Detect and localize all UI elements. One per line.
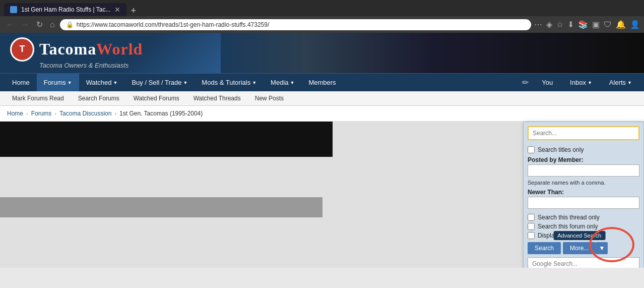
nav-media-arrow: ▼ [290, 80, 295, 85]
search-dropdown: Search titles only Posted by Member: Sep… [523, 122, 644, 268]
logo-world: World [96, 40, 143, 58]
nav-watched-arrow: ▼ [113, 80, 118, 85]
header-truck-background [221, 33, 644, 73]
browser-chrome: 1st Gen Ham Radio Stuffs | Tac... ✕ + ← … [0, 0, 644, 33]
newer-than-input[interactable] [528, 197, 639, 209]
browser-actions: ⋯ ◈ ☆ ⬇ 📚 ▣ 🛡 🔔 👤 [534, 20, 640, 29]
content-dark-bar-bottom [0, 197, 323, 217]
address-bar[interactable]: 🔒 https://www.tacomaworld.com/threads/1s… [60, 19, 531, 30]
posted-by-input[interactable] [528, 164, 639, 177]
posted-by-note: Separate names with a comma. [528, 180, 639, 186]
nav-right-area: ✏ You Inbox ▼ Alerts ▼ [519, 74, 639, 91]
nav-mods-arrow: ▼ [252, 80, 256, 85]
toyota-logo: T [10, 37, 34, 62]
logo-tagline: Tacoma Owners & Enthusiasts [39, 62, 212, 69]
search-button[interactable]: Search [528, 242, 561, 254]
nav-item-inbox[interactable]: Inbox ▼ [563, 74, 599, 91]
breadcrumb-sep-3: › [114, 110, 116, 117]
google-search-input[interactable] [528, 257, 639, 268]
nav-item-home[interactable]: Home [5, 74, 37, 91]
breadcrumb-sep-2: › [54, 110, 56, 117]
nav-buysell-label: Buy / Sell / Trade [132, 79, 181, 86]
nav-mods-label: Mods & Tutorials [202, 79, 250, 86]
subnav-search-forums[interactable]: Search Forums [71, 91, 126, 105]
tab-favicon [10, 6, 17, 13]
tab-title: 1st Gen Ham Radio Stuffs | Tac... [21, 6, 110, 13]
forward-button[interactable]: → [19, 19, 31, 30]
nav-inbox-arrow: ▼ [588, 80, 592, 85]
nav-you-label: You [542, 79, 553, 86]
library-icon[interactable]: 📚 [578, 20, 588, 29]
nav-alerts-arrow: ▼ [627, 80, 632, 85]
nav-buysell-arrow: ▼ [183, 80, 187, 85]
logo-area: T TacomaWorld Tacoma Owners & Enthusiast… [0, 33, 222, 73]
titles-only-row: Search titles only [528, 146, 639, 153]
url-text: https://www.tacomaworld.com/threads/1st-… [77, 21, 525, 28]
site-header: T TacomaWorld Tacoma Owners & Enthusiast… [0, 33, 644, 73]
extension-icon[interactable]: 🔔 [616, 20, 626, 29]
home-button[interactable]: ⌂ [48, 19, 57, 30]
nav-forums-arrow: ▼ [68, 80, 72, 85]
more-dropdown-arrow[interactable]: ▼ [596, 242, 608, 254]
nav-item-watched[interactable]: Watched ▼ [79, 74, 125, 91]
browser-tab-active[interactable]: 1st Gen Ham Radio Stuffs | Tac... ✕ [4, 3, 126, 16]
display-results-checkbox[interactable] [528, 232, 535, 239]
subnav-new-posts[interactable]: New Posts [248, 91, 291, 105]
nav-item-mods[interactable]: Mods & Tutorials ▼ [195, 74, 264, 91]
profile-icon[interactable]: 👤 [630, 20, 640, 29]
subnav-watched-forums[interactable]: Watched Forums [126, 91, 186, 105]
page-main-area: Search titles only Posted by Member: Sep… [0, 122, 644, 268]
nav-home-label: Home [12, 79, 30, 86]
nav-item-members[interactable]: Members [301, 74, 343, 91]
forum-only-checkbox[interactable] [528, 223, 535, 230]
nav-forums-label: Forums [44, 79, 66, 86]
more-button-group: Advanced Search More... ▼ [563, 242, 608, 254]
newer-than-label: Newer Than: [528, 189, 639, 196]
titles-only-label: Search titles only [538, 146, 584, 153]
adblock-icon[interactable]: 🛡 [604, 20, 612, 29]
nav-item-you[interactable]: You [535, 74, 560, 91]
nav-item-media[interactable]: Media ▼ [264, 74, 301, 91]
nav-members-label: Members [308, 79, 336, 86]
advanced-search-label: Advanced Search [553, 231, 605, 240]
new-tab-button[interactable]: + [126, 6, 140, 16]
download-icon[interactable]: ⬇ [567, 20, 574, 29]
thread-only-label: Search this thread only [538, 214, 600, 221]
thread-only-checkbox[interactable] [528, 214, 535, 221]
titles-only-checkbox[interactable] [528, 146, 535, 153]
content-dark-bar-top [0, 122, 333, 157]
sub-navigation: Mark Forums Read Search Forums Watched F… [0, 91, 644, 106]
search-input[interactable] [528, 126, 639, 140]
breadcrumb-forums[interactable]: Forums [31, 110, 52, 117]
breadcrumb-home[interactable]: Home [7, 110, 23, 117]
nav-item-buy-sell[interactable]: Buy / Sell / Trade ▼ [124, 74, 195, 91]
logo-tacoma: Tacoma [39, 40, 96, 58]
more-button[interactable]: Advanced Search More... [563, 242, 596, 254]
subnav-watched-threads[interactable]: Watched Threads [186, 91, 248, 105]
main-navigation: Home Forums ▼ Watched ▼ Buy / Sell / Tra… [0, 73, 644, 91]
more-button-label: More... [570, 245, 589, 252]
breadcrumb-tacoma-discussion[interactable]: Tacoma Discussion [59, 110, 111, 117]
star-icon[interactable]: ☆ [556, 20, 563, 29]
back-button[interactable]: ← [4, 19, 16, 30]
compose-icon[interactable]: ✏ [519, 74, 532, 91]
breadcrumb-current: 1st Gen. Tacomas (1995-2004) [119, 110, 203, 117]
lock-icon: 🔒 [66, 21, 74, 28]
site-logo-text: TacomaWorld [39, 40, 143, 59]
nav-watched-label: Watched [86, 79, 112, 86]
tab-close-button[interactable]: ✕ [114, 6, 120, 14]
posted-by-label: Posted by Member: [528, 156, 639, 163]
nav-item-alerts[interactable]: Alerts ▼ [602, 74, 639, 91]
sidebar-icon[interactable]: ▣ [592, 20, 600, 29]
refresh-button[interactable]: ↻ [34, 19, 45, 30]
subnav-mark-read[interactable]: Mark Forums Read [5, 91, 71, 105]
breadcrumb-bar: Home › Forums › Tacoma Discussion › 1st … [0, 106, 644, 122]
search-button-row: Search Advanced Search More... ▼ [528, 242, 639, 254]
nav-media-label: Media [271, 79, 288, 86]
pocket-icon[interactable]: ◈ [546, 20, 552, 29]
nav-alerts-label: Alerts [609, 79, 626, 86]
nav-item-forums[interactable]: Forums ▼ [37, 74, 79, 91]
thread-only-row: Search this thread only [528, 214, 639, 221]
nav-inbox-label: Inbox [570, 79, 586, 86]
bookmarks-icon[interactable]: ⋯ [534, 20, 542, 29]
